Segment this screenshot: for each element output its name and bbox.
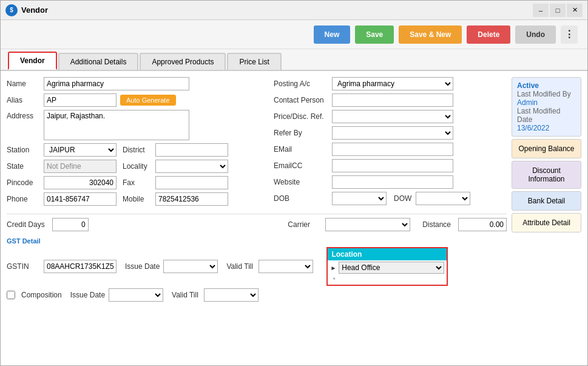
credit-days-input[interactable] bbox=[52, 218, 89, 231]
last-modified-date-label: Last Modified Date bbox=[517, 107, 576, 124]
location-dropdown: Location ► Head Office * bbox=[326, 247, 448, 286]
emailcc-input[interactable] bbox=[332, 159, 453, 172]
opening-balance-button[interactable]: Opening Balance bbox=[512, 139, 581, 158]
name-label: Name bbox=[7, 80, 40, 88]
state-input[interactable] bbox=[44, 160, 117, 173]
district-label: District bbox=[120, 146, 152, 154]
save-button[interactable]: Save bbox=[355, 25, 394, 44]
save-new-button[interactable]: Save & New bbox=[399, 25, 462, 44]
address-input[interactable]: Jaipur, Rajasthan. bbox=[44, 110, 189, 140]
credit-days-label: Credit Days bbox=[7, 220, 45, 229]
composition-checkbox[interactable] bbox=[7, 291, 15, 299]
admin-value: Admin bbox=[517, 98, 576, 107]
price-disc-ref-label: Price/Disc. Ref. bbox=[274, 112, 328, 121]
alias-label: Alias bbox=[7, 96, 40, 104]
location-new-row: * bbox=[328, 275, 447, 285]
alias-input[interactable] bbox=[44, 93, 117, 107]
dob-select[interactable] bbox=[332, 192, 387, 205]
undo-button[interactable]: Undo bbox=[515, 25, 556, 44]
district-input[interactable] bbox=[155, 143, 228, 157]
website-label: Website bbox=[274, 178, 328, 186]
gstin-label: GSTIN bbox=[7, 262, 40, 271]
fax-input[interactable] bbox=[155, 176, 228, 189]
carrier-select[interactable] bbox=[325, 218, 410, 231]
distance-label: Distance bbox=[417, 220, 451, 229]
address-label: Address bbox=[7, 112, 40, 120]
status-box: Active Last Modified By Admin Last Modif… bbox=[512, 77, 581, 137]
app-icon: $ bbox=[5, 4, 18, 16]
contact-person-label: Contact Person bbox=[274, 96, 328, 104]
location-row-arrow: ► bbox=[330, 265, 336, 271]
price-disc-ref-select[interactable] bbox=[332, 110, 453, 123]
tab-vendor[interactable]: Vendor bbox=[8, 52, 57, 70]
locality-label: Locality bbox=[120, 162, 152, 171]
location-header: Location bbox=[328, 248, 447, 260]
location-select[interactable]: Head Office bbox=[339, 262, 444, 274]
refer-by-select[interactable] bbox=[332, 126, 453, 140]
valid-till-select-2[interactable] bbox=[204, 288, 259, 302]
tab-approved-products[interactable]: Approved Products bbox=[140, 53, 226, 70]
email-label: EMail bbox=[274, 145, 328, 154]
tab-additional-details[interactable]: Additional Details bbox=[58, 53, 139, 70]
refer-by-label: Refer By bbox=[274, 129, 328, 137]
new-button[interactable]: New bbox=[314, 25, 351, 44]
gstin-input[interactable] bbox=[44, 260, 117, 273]
auto-generate-button[interactable]: Auto Generate bbox=[120, 95, 176, 106]
valid-till-select-1[interactable] bbox=[259, 260, 313, 273]
pincode-input[interactable] bbox=[44, 176, 117, 189]
bank-detail-button[interactable]: Bank Detail bbox=[512, 191, 581, 211]
name-input[interactable] bbox=[44, 77, 189, 90]
phone-input[interactable] bbox=[44, 192, 117, 206]
emailcc-label: EmailCC bbox=[274, 161, 328, 170]
maximize-button[interactable]: □ bbox=[550, 4, 566, 17]
email-input[interactable] bbox=[332, 143, 453, 156]
modified-date-value: 13/6/2022 bbox=[517, 124, 576, 132]
posting-ac-select[interactable]: Agrima pharmacy bbox=[332, 77, 453, 90]
fax-label: Fax bbox=[120, 178, 152, 187]
dob-label: DOB bbox=[274, 194, 328, 203]
issue-date-label-2: Issue Date bbox=[66, 291, 105, 299]
issue-date-select-2[interactable] bbox=[109, 288, 163, 302]
minimize-button[interactable]: – bbox=[533, 4, 549, 17]
close-button[interactable]: ✕ bbox=[567, 4, 583, 17]
composition-label: Composition bbox=[21, 291, 62, 299]
tab-price-list[interactable]: Price List bbox=[227, 53, 281, 70]
delete-button[interactable]: Delete bbox=[467, 25, 510, 44]
station-label: Station bbox=[7, 146, 40, 154]
tabs-bar: Vendor Additional Details Approved Produ… bbox=[1, 49, 587, 71]
distance-input[interactable] bbox=[458, 218, 507, 231]
posting-ac-label: Posting A/c bbox=[274, 80, 328, 88]
state-label: State bbox=[7, 162, 40, 171]
right-panel: Active Last Modified By Admin Last Modif… bbox=[512, 77, 581, 359]
last-modified-by-label: Last Modified By bbox=[517, 90, 576, 98]
valid-till-label-2: Valid Till bbox=[167, 291, 200, 299]
attribute-detail-button[interactable]: Attribute Detail bbox=[512, 213, 581, 232]
mobile-input[interactable] bbox=[155, 192, 228, 206]
valid-till-label: Valid Till bbox=[221, 262, 255, 271]
website-input[interactable] bbox=[332, 175, 453, 189]
phone-label: Phone bbox=[7, 195, 40, 203]
contact-person-input[interactable] bbox=[332, 93, 453, 107]
issue-date-label: Issue Date bbox=[120, 262, 160, 271]
dow-select[interactable] bbox=[416, 192, 470, 205]
toolbar: New Save Save & New Delete Undo ⋮ bbox=[1, 20, 587, 49]
window-title: Vendor bbox=[21, 5, 533, 15]
mobile-label: Mobile bbox=[120, 195, 152, 203]
active-status: Active bbox=[517, 81, 576, 90]
dow-label: DOW bbox=[390, 194, 412, 203]
locality-select[interactable] bbox=[155, 160, 228, 173]
discount-information-button[interactable]: Discount Information bbox=[512, 161, 581, 189]
issue-date-select-1[interactable] bbox=[163, 260, 218, 273]
station-select[interactable]: JAIPUR bbox=[44, 143, 117, 157]
more-button[interactable]: ⋮ bbox=[561, 25, 578, 44]
pincode-label: Pincode bbox=[7, 178, 40, 187]
carrier-label: Carrier bbox=[288, 220, 318, 229]
gst-detail-label: GST Detail bbox=[7, 237, 507, 245]
